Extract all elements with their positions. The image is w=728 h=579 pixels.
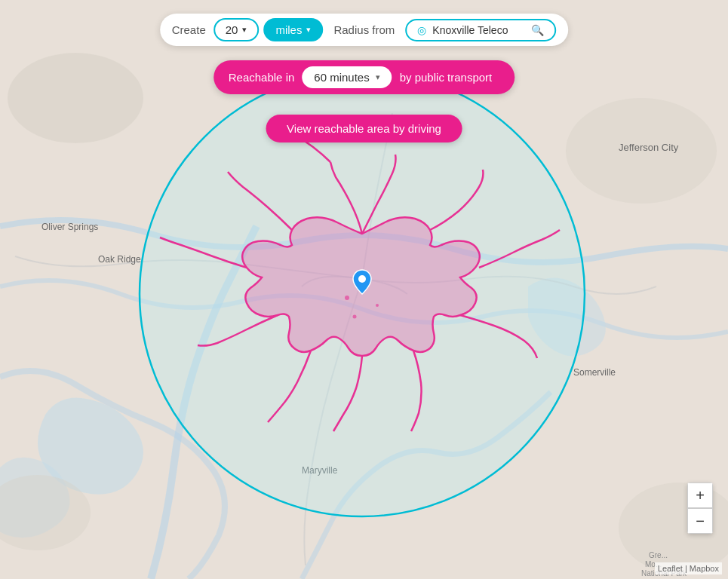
location-pin-icon: ◎ <box>417 24 426 36</box>
distance-select[interactable]: 20 ▾ <box>213 18 260 41</box>
create-label: Create <box>172 23 206 36</box>
svg-text:Somerville: Somerville <box>573 367 616 378</box>
svg-point-15 <box>376 304 379 307</box>
time-value: 60 minutes <box>314 71 369 84</box>
unit-value: miles <box>275 23 302 36</box>
distance-value: 20 <box>226 23 238 36</box>
reachable-suffix: by public transport <box>400 71 493 84</box>
time-chevron-icon: ▾ <box>376 72 380 82</box>
distance-chevron-icon: ▾ <box>242 25 247 35</box>
svg-text:Gre...: Gre... <box>649 551 668 559</box>
location-search[interactable]: ◎ Knoxville Teleco 🔍 <box>405 19 556 41</box>
reachable-bar: Reachable in 60 minutes ▾ by public tran… <box>213 60 515 94</box>
svg-point-18 <box>358 275 366 283</box>
svg-text:Jefferson City: Jefferson City <box>619 142 679 153</box>
unit-select[interactable]: miles ▾ <box>263 18 323 41</box>
map-attribution: Leaflet | Mapbox <box>655 562 722 574</box>
location-value: Knoxville Teleco <box>432 24 508 36</box>
svg-text:Oliver Springs: Oliver Springs <box>41 222 98 232</box>
zoom-controls: + − <box>687 482 713 534</box>
zoom-in-button[interactable]: + <box>687 482 713 508</box>
svg-point-16 <box>353 315 357 319</box>
svg-point-14 <box>345 296 349 300</box>
view-reachable-button[interactable]: View reachable area by driving <box>266 115 462 142</box>
radius-label: Radius from <box>333 23 395 36</box>
map-container: Jefferson City Oliver Springs Oak Ridge … <box>0 0 728 579</box>
toolbar: Create 20 ▾ miles ▾ Radius from ◎ Knoxvi… <box>160 14 569 46</box>
unit-chevron-icon: ▾ <box>306 25 311 35</box>
zoom-out-button[interactable]: − <box>687 508 713 534</box>
time-select[interactable]: 60 minutes ▾ <box>302 66 392 88</box>
reachable-prefix: Reachable in <box>229 71 295 84</box>
search-icon[interactable]: 🔍 <box>531 24 544 36</box>
svg-point-1 <box>8 53 143 143</box>
svg-text:Oak Ridge: Oak Ridge <box>98 254 141 265</box>
